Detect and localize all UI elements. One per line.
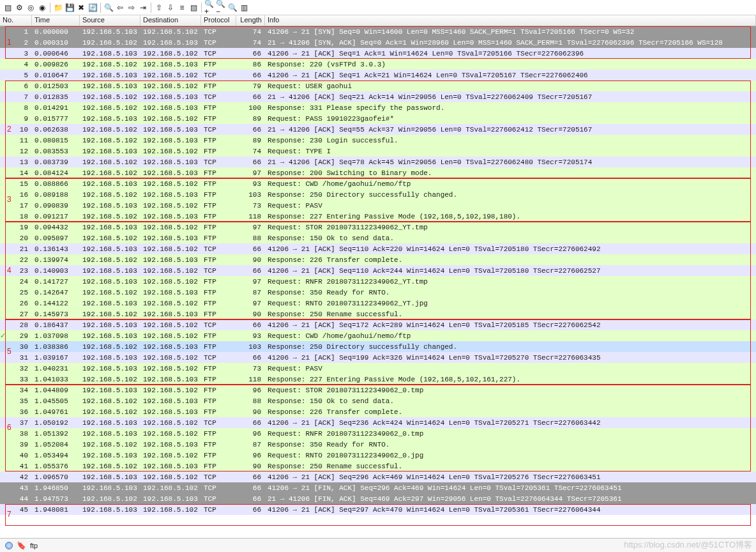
cell-info: 41206 → 21 [ACK] Seq=297 Ack=470 Win=146… — [265, 506, 756, 514]
cell-time: 0.009826 — [32, 61, 80, 68]
packet-row[interactable]: 60.012503192.168.5.103192.168.5.102FTP79… — [0, 80, 756, 91]
packet-row[interactable]: 441.947573192.168.5.102192.168.5.103TCP6… — [0, 493, 756, 504]
packet-row[interactable]: 110.080815192.168.5.102192.168.5.103FTP8… — [0, 135, 756, 146]
packet-row[interactable]: 20.000310192.168.5.102192.168.5.103TCP74… — [0, 37, 756, 48]
packet-row[interactable]: 401.053494192.168.5.103192.168.5.102FTP9… — [0, 450, 756, 461]
packet-row[interactable]: 180.091217192.168.5.102192.168.5.103FTP1… — [0, 211, 756, 222]
packet-row[interactable]: 70.012835192.168.5.102192.168.5.103TCP66… — [0, 91, 756, 102]
forward-icon[interactable]: ⇨ — [126, 3, 137, 13]
packet-row[interactable]: 301.038386192.168.5.102192.168.5.103FTP1… — [0, 341, 756, 352]
packet-row[interactable]: 431.946850192.168.5.103192.168.5.102TCP6… — [0, 482, 756, 493]
packet-row[interactable]: 240.141727192.168.5.103192.168.5.102FTP9… — [0, 276, 756, 287]
packet-list[interactable]: 10.000000192.168.5.103192.168.5.102TCP74… — [0, 26, 756, 535]
packet-row[interactable]: 220.139974192.168.5.102192.168.5.103FTP9… — [0, 254, 756, 265]
packet-row[interactable]: 270.145973192.168.5.102192.168.5.103FTP9… — [0, 309, 756, 319]
cell-protocol: FTP — [201, 463, 236, 470]
packet-row[interactable]: 381.051392192.168.5.103192.168.5.102FTP9… — [0, 428, 756, 439]
packet-row[interactable]: 391.052084192.168.5.102192.168.5.103FTP8… — [0, 439, 756, 450]
bookmark-icon[interactable]: 🔖 — [17, 541, 26, 550]
packet-row[interactable]: 280.186437192.168.5.103192.168.5.102TCP6… — [0, 319, 756, 330]
up-icon[interactable]: ⇧ — [154, 3, 164, 13]
packet-row[interactable]: 40.009826192.168.5.102192.168.5.103FTP86… — [0, 59, 756, 70]
packet-row[interactable]: 371.050192192.168.5.103192.168.5.102TCP6… — [0, 417, 756, 428]
cell-no: 3 — [0, 50, 32, 57]
gear-icon[interactable]: ⚙ — [14, 3, 24, 13]
packet-row[interactable]: 10.000000192.168.5.103192.168.5.102TCP74… — [0, 26, 756, 37]
header-info[interactable]: Info — [265, 15, 756, 26]
packet-row[interactable]: 200.095897192.168.5.102192.168.5.103FTP8… — [0, 233, 756, 243]
cell-protocol: FTP — [201, 397, 236, 405]
list-icon[interactable]: ≡ — [177, 3, 187, 13]
cell-destination: 192.168.5.103 — [140, 256, 201, 264]
back-icon[interactable]: ⇦ — [115, 3, 125, 13]
packet-row[interactable]: 210.136143192.168.5.103192.168.5.102TCP6… — [0, 243, 756, 254]
packet-row[interactable]: 361.049761192.168.5.102192.168.5.103FTP9… — [0, 406, 756, 417]
packet-row[interactable]: 421.096570192.168.5.103192.168.5.102TCP6… — [0, 471, 756, 482]
cell-destination: 192.168.5.102 — [140, 452, 201, 459]
packet-row[interactable]: 230.140903192.168.5.103192.168.5.102TCP6… — [0, 265, 756, 276]
packet-row[interactable]: 140.084124192.168.5.102192.168.5.103FTP9… — [0, 167, 756, 178]
cell-length: 79 — [236, 82, 265, 90]
cell-no: 24 — [0, 278, 32, 286]
packet-row[interactable]: 100.062638192.168.5.102192.168.5.103TCP6… — [0, 124, 756, 135]
find-icon[interactable]: 🔍 — [103, 3, 114, 13]
columns-icon[interactable]: ▥ — [239, 3, 249, 13]
cell-length: 66 — [236, 126, 265, 134]
packet-row[interactable]: 341.044809192.168.5.103192.168.5.102FTP9… — [0, 385, 756, 395]
filter-input[interactable]: ftp — [30, 542, 38, 549]
save-icon[interactable]: 💾 — [64, 3, 75, 13]
file-icon[interactable]: ▤ — [3, 3, 13, 13]
header-source[interactable]: Source — [80, 15, 140, 26]
packet-row[interactable]: 311.039167192.168.5.103192.168.5.102TCP6… — [0, 352, 756, 363]
packet-row[interactable]: 160.089188192.168.5.102192.168.5.103FTP1… — [0, 189, 756, 200]
cell-info: Request: TYPE I — [265, 148, 756, 155]
packet-row[interactable]: 250.142647192.168.5.102192.168.5.103FTP8… — [0, 287, 756, 298]
cell-no: 23 — [0, 267, 32, 275]
packet-row[interactable]: 331.041033192.168.5.102192.168.5.103FTP1… — [0, 374, 756, 385]
folder-icon[interactable]: 📁 — [53, 3, 63, 13]
jump-icon[interactable]: ⇥ — [138, 3, 148, 13]
cell-source: 192.168.5.102 — [80, 234, 140, 242]
packet-row[interactable]: 50.010647192.168.5.103192.168.5.102TCP66… — [0, 70, 756, 80]
packet-row[interactable]: 260.144122192.168.5.103192.168.5.102FTP9… — [0, 298, 756, 309]
cell-time: 0.000000 — [32, 28, 80, 36]
packet-row[interactable]: 120.083553192.168.5.103192.168.5.102FTP7… — [0, 146, 756, 157]
cell-source: 192.168.5.103 — [80, 365, 140, 372]
cell-length: 66 — [236, 267, 265, 275]
down-icon[interactable]: ⇩ — [165, 3, 176, 13]
packet-row[interactable]: 90.015777192.168.5.103192.168.5.102FTP89… — [0, 113, 756, 124]
header-time[interactable]: Time — [32, 15, 80, 26]
header-no[interactable]: No. — [0, 15, 32, 26]
target-icon[interactable]: ◉ — [37, 3, 47, 13]
packet-row[interactable]: 150.088866192.168.5.103192.168.5.102FTP9… — [0, 178, 756, 189]
cell-length: 103 — [236, 343, 265, 351]
reload-icon[interactable]: 🔄 — [87, 3, 98, 13]
zoom-in-icon[interactable]: 🔍+ — [204, 3, 215, 13]
cell-source: 192.168.5.102 — [80, 137, 140, 144]
cell-time: 0.080815 — [32, 137, 80, 144]
cell-source: 192.168.5.103 — [80, 354, 140, 362]
header-length[interactable]: Length — [236, 15, 265, 26]
cell-no: 31 — [0, 354, 32, 362]
packet-row[interactable]: 30.000646192.168.5.103192.168.5.102TCP66… — [0, 48, 756, 59]
header-destination[interactable]: Destination — [140, 15, 201, 26]
packet-row[interactable]: 80.014291192.168.5.102192.168.5.103FTP10… — [0, 102, 756, 113]
packet-row[interactable]: 190.094432192.168.5.103192.168.5.102FTP9… — [0, 222, 756, 233]
packet-row[interactable]: 130.083739192.168.5.102192.168.5.103TCP6… — [0, 157, 756, 167]
close-icon[interactable]: ✖ — [76, 3, 86, 13]
cell-info: Response: 150 Ok to send data. — [265, 397, 756, 405]
zoom-reset-icon[interactable]: 🔍 — [227, 3, 238, 13]
detail-icon[interactable]: ▤ — [188, 3, 199, 13]
cell-time: 0.090839 — [32, 202, 80, 210]
packet-row[interactable]: 170.090839192.168.5.103192.168.5.102FTP7… — [0, 200, 756, 211]
cell-length: 86 — [236, 61, 265, 68]
packet-row[interactable]: 321.040231192.168.5.103192.168.5.102FTP7… — [0, 363, 756, 374]
packet-row[interactable]: 411.055376192.168.5.102192.168.5.103FTP9… — [0, 461, 756, 471]
zoom-out-icon[interactable]: 🔍− — [216, 3, 226, 13]
packet-row[interactable]: 291.037098192.168.5.103192.168.5.102FTP9… — [0, 330, 756, 341]
header-protocol[interactable]: Protocol — [201, 15, 236, 26]
capture-icon[interactable]: ◎ — [26, 3, 36, 13]
cell-protocol: TCP — [201, 126, 236, 134]
packet-row[interactable]: 451.948081192.168.5.103192.168.5.102TCP6… — [0, 504, 756, 515]
packet-row[interactable]: 351.045505192.168.5.102192.168.5.103FTP8… — [0, 395, 756, 406]
